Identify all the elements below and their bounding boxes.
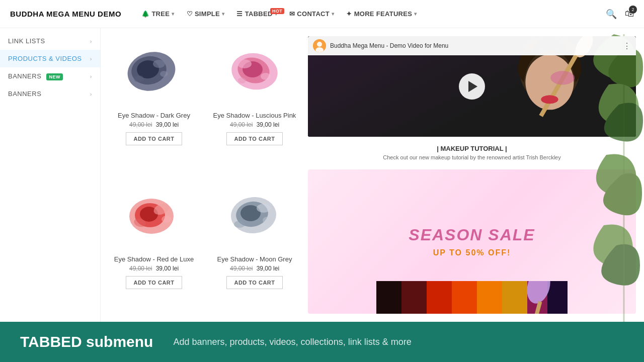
product-name-dark-grey: Eye Shadow - Dark Grey: [109, 112, 199, 119]
new-badge: NEW: [46, 73, 63, 80]
nav-label-more-features: MORE FEATURES: [354, 10, 413, 18]
sale-title: SEASON SALE: [409, 226, 535, 244]
sidebar-item-banners[interactable]: BANNERS ›: [0, 85, 100, 103]
chevron-down-icon: ▾: [172, 11, 174, 17]
nav-label-tree: TREE: [151, 10, 170, 18]
product-card-red-de-luxe: Eye Shadow - Red de Luxe 49,00 lei 39,00…: [109, 180, 199, 314]
svg-rect-39: [477, 281, 502, 314]
star-icon: ✦: [346, 10, 352, 18]
svg-rect-36: [401, 281, 427, 314]
original-price: 49,00 lei: [129, 265, 152, 272]
add-to-cart-dark-grey[interactable]: ADD TO CART: [126, 132, 182, 145]
svg-point-9: [237, 59, 252, 68]
svg-rect-42: [547, 281, 568, 314]
sidebar: LINK LISTS › PRODUCTS & VIDEOS › BANNERS…: [0, 28, 101, 322]
products-grid: Eye Shadow - Dark Grey 49,00 lei 39,00 l…: [109, 36, 300, 314]
sidebar-label-products-videos: PRODUCTS & VIDEOS: [8, 55, 82, 62]
eyeshadow-scatter: [124, 46, 184, 97]
svg-point-10: [261, 73, 271, 80]
product-name-moon-grey: Eye Shadow - Moon Grey: [209, 255, 300, 263]
svg-point-4: [160, 71, 168, 77]
header: BUDDHA MEGA MENU DEMO 🌲 TREE ▾ ♡ SIMPLE …: [0, 0, 644, 28]
product-name-luscious-pink: Eye Shadow - Luscious Pink: [209, 112, 300, 119]
svg-point-23: [234, 221, 245, 228]
mega-menu: LINK LISTS › PRODUCTS & VIDEOS › BANNERS…: [0, 28, 644, 322]
svg-point-21: [257, 204, 271, 213]
svg-point-33: [541, 95, 558, 104]
video-desc-title: | MAKEUP TUTORIAL |: [308, 145, 636, 152]
nav-item-simple[interactable]: ♡ SIMPLE ▾: [182, 7, 230, 21]
nav-item-tabbed[interactable]: ☰ TABBED HOT ▾: [231, 7, 282, 21]
original-price: 49,00 lei: [230, 121, 253, 128]
add-to-cart-red-de-luxe[interactable]: ADD TO CART: [126, 276, 182, 289]
chevron-right-icon: ›: [90, 56, 92, 62]
chevron-right-icon: ›: [90, 91, 92, 97]
product-card-moon-grey: Eye Shadow - Moon Grey 49,00 lei 39,00 l…: [209, 180, 300, 314]
play-triangle-icon: [468, 81, 477, 92]
svg-point-11: [238, 77, 246, 83]
eyeshadow-scatter-moon: [224, 190, 285, 240]
sidebar-item-products-videos[interactable]: PRODUCTS & VIDEOS ›: [0, 50, 100, 67]
product-image-red-de-luxe: [119, 180, 189, 250]
nav-label-contact: CONTACT: [297, 10, 330, 18]
svg-point-22: [263, 217, 272, 224]
svg-rect-38: [452, 281, 477, 314]
sidebar-item-link-lists[interactable]: LINK LISTS ›: [0, 32, 100, 50]
grid-icon: ☰: [236, 10, 243, 18]
play-button[interactable]: [459, 73, 485, 100]
chevron-right-icon: ›: [90, 38, 92, 44]
sidebar-item-banners-new[interactable]: BANNERS NEW ›: [0, 67, 100, 85]
svg-rect-35: [376, 281, 401, 314]
product-price-moon-grey: 49,00 lei 39,00 lei: [209, 265, 300, 272]
video-description: | MAKEUP TUTORIAL | Check out our new ma…: [308, 143, 636, 163]
chevron-down-icon: ▾: [332, 11, 334, 17]
product-image-moon-grey: [219, 180, 290, 250]
product-price-red-de-luxe: 49,00 lei 39,00 lei: [109, 265, 199, 272]
nav-item-more-features[interactable]: ✦ MORE FEATURES ▾: [341, 7, 422, 21]
heart-icon: ♡: [187, 10, 193, 18]
chevron-right-icon: ›: [90, 73, 92, 79]
product-card-dark-grey: Eye Shadow - Dark Grey 49,00 lei 39,00 l…: [109, 36, 199, 170]
search-button[interactable]: 🔍: [606, 9, 617, 20]
product-card-luscious-pink: Eye Shadow - Luscious Pink 49,00 lei 39,…: [209, 36, 300, 170]
logo: BUDDHA MEGA MENU DEMO: [10, 10, 121, 18]
video-menu-button[interactable]: ⋮: [623, 41, 631, 51]
svg-point-34: [550, 71, 575, 84]
footer-main-text: TABBED submenu: [20, 333, 153, 350]
cart-button[interactable]: 🛍 2: [625, 9, 634, 19]
page-wrapper: BUDDHA MEGA MENU DEMO 🌲 TREE ▾ ♡ SIMPLE …: [0, 0, 644, 362]
product-price-dark-grey: 49,00 lei 39,00 lei: [109, 121, 199, 128]
tree-icon: 🌲: [141, 10, 149, 18]
product-image-luscious-pink: [219, 36, 290, 107]
product-image-dark-grey: [119, 36, 189, 107]
nav-item-contact[interactable]: ✉ CONTACT ▾: [284, 7, 339, 21]
nav-label-tabbed: TABBED: [245, 10, 273, 18]
svg-rect-37: [427, 281, 452, 314]
hot-badge: HOT: [270, 8, 284, 14]
add-to-cart-luscious-pink[interactable]: ADD TO CART: [226, 132, 282, 145]
video-container: Buddha Mega Menu - Demo Video for Menu ⋮: [308, 36, 636, 137]
svg-point-16: [162, 216, 172, 223]
sidebar-label-link-lists: LINK LISTS: [8, 37, 45, 45]
email-icon: ✉: [289, 10, 295, 18]
chevron-down-icon: ▾: [222, 11, 224, 17]
main-nav: 🌲 TREE ▾ ♡ SIMPLE ▾ ☰ TABBED HOT ▾ ✉ CON…: [136, 7, 606, 21]
cart-count: 2: [629, 6, 637, 14]
svg-point-5: [134, 75, 144, 82]
sale-price: 39,00 lei: [257, 265, 279, 272]
svg-point-3: [153, 60, 165, 68]
nav-label-simple: SIMPLE: [195, 10, 220, 18]
original-price: 49,00 lei: [129, 121, 152, 128]
header-icons: 🔍 🛍 2: [606, 9, 634, 20]
right-panel: Buddha Mega Menu - Demo Video for Menu ⋮: [308, 36, 636, 314]
sale-price: 39,00 lei: [156, 121, 179, 128]
product-price-luscious-pink: 49,00 lei 39,00 lei: [209, 121, 300, 128]
sidebar-label-banners-new: BANNERS NEW: [8, 72, 63, 80]
svg-point-25: [317, 42, 322, 47]
footer-sub-text: Add banners, products, videos, collectio…: [173, 337, 411, 347]
nav-item-tree[interactable]: 🌲 TREE ▾: [136, 7, 180, 21]
main-panel: Eye Shadow - Dark Grey 49,00 lei 39,00 l…: [101, 28, 644, 322]
sidebar-label-banners: BANNERS: [8, 90, 41, 98]
add-to-cart-moon-grey[interactable]: ADD TO CART: [226, 276, 282, 289]
sale-price: 39,00 lei: [257, 121, 279, 128]
